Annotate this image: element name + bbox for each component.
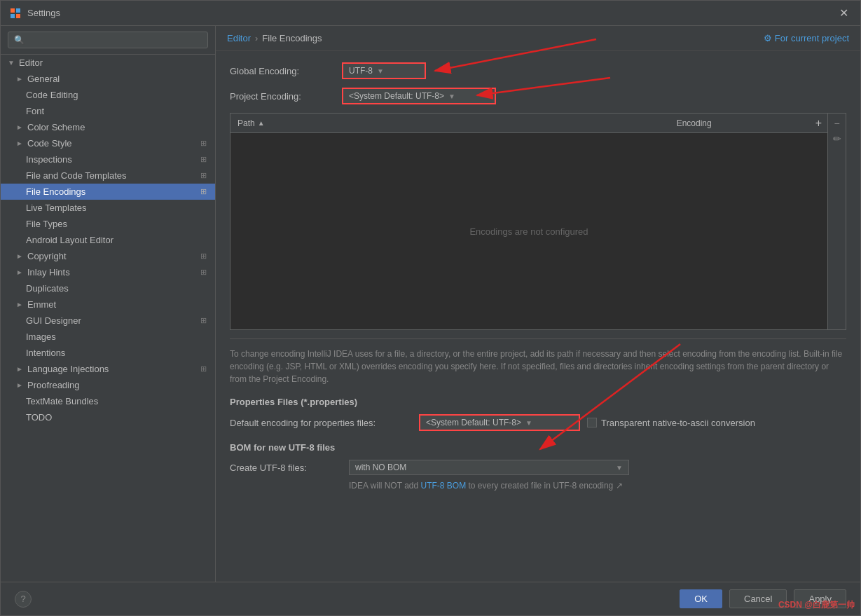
sidebar-item-code-editing[interactable]: Code Editing <box>1 87 215 103</box>
bom-select-arrow: ▼ <box>616 464 623 472</box>
general-collapse-arrow: ► <box>15 74 25 84</box>
sidebar-item-label: General <box>27 74 60 84</box>
global-encoding-select[interactable]: UTF-8 ▼ <box>342 62 426 79</box>
copyright-icon: ⊞ <box>200 252 207 261</box>
bom-value: with NO BOM <box>355 463 406 472</box>
proofreading-arrow: ► <box>15 381 25 390</box>
sidebar-item-gui-designer[interactable]: GUI Designer ⊞ <box>1 313 215 329</box>
sidebar-item-copyright[interactable]: ► Copyright ⊞ <box>1 248 215 264</box>
sidebar-item-file-types[interactable]: File Types <box>1 216 215 232</box>
encoding-header-text: Encoding <box>677 118 712 128</box>
sidebar-item-inlay-hints[interactable]: ► Inlay Hints ⊞ <box>1 264 215 280</box>
dialog-footer: ? OK Cancel Apply <box>1 582 860 615</box>
sidebar-item-label: File Encodings <box>26 186 85 197</box>
transparent-conversion-row: Transparent native-to-ascii conversion <box>587 418 755 428</box>
sidebar-item-label: Duplicates <box>26 283 69 294</box>
bom-info-link[interactable]: UTF-8 BOM <box>420 481 466 491</box>
sidebar-item-font[interactable]: Font <box>1 103 215 119</box>
table-wrapper: Path ▲ Encoding + Encodings are not conf… <box>230 113 846 330</box>
help-button[interactable]: ? <box>15 591 32 608</box>
emmet-arrow: ► <box>15 300 25 310</box>
sidebar-item-label: Editor <box>19 57 43 68</box>
table-add-button[interactable]: + <box>810 117 827 130</box>
code-style-icon: ⊞ <box>200 139 207 148</box>
sidebar-item-label: Inspections <box>26 154 72 165</box>
project-encoding-select[interactable]: <System Default: UTF-8> ▼ <box>342 88 496 104</box>
sidebar-item-label: TODO <box>26 412 52 423</box>
transparent-conversion-label: Transparent native-to-ascii conversion <box>601 418 755 428</box>
sidebar-item-general[interactable]: ► General <box>1 71 215 87</box>
path-header-text: Path <box>237 118 255 128</box>
sidebar-item-editor[interactable]: ▼ Editor <box>1 55 215 71</box>
breadcrumb-sep: › <box>255 33 258 43</box>
sidebar: ▼ Editor ► General Code Editing Font <box>1 26 216 582</box>
sidebar-item-duplicates[interactable]: Duplicates <box>1 280 215 296</box>
close-button[interactable]: ✕ <box>835 5 852 22</box>
sidebar-item-color-scheme[interactable]: ► Color Scheme <box>1 119 215 135</box>
sidebar-item-label: Images <box>26 331 56 342</box>
sidebar-item-proofreading[interactable]: ► Proofreading <box>1 377 215 393</box>
global-encoding-value: UTF-8 <box>349 66 373 76</box>
bom-label: Create UTF-8 files: <box>230 463 342 473</box>
bom-info: IDEA will NOT add UTF-8 BOM to every cre… <box>230 481 846 491</box>
sidebar-item-textmate[interactable]: TextMate Bundles <box>1 393 215 409</box>
bom-select[interactable]: with NO BOM ▼ <box>349 460 629 475</box>
transparent-conversion-checkbox[interactable] <box>587 418 597 427</box>
lang-inject-icon: ⊞ <box>200 364 207 374</box>
path-header-cell: Path ▲ <box>230 118 670 128</box>
window-title: Settings <box>27 8 835 18</box>
sidebar-item-label: Emmet <box>27 299 56 310</box>
copyright-arrow: ► <box>15 252 25 261</box>
sidebar-item-live-templates[interactable]: Live Templates <box>1 200 215 216</box>
sidebar-item-language-injections[interactable]: ► Language Injections ⊞ <box>1 361 215 377</box>
main-content: Editor › File Encodings ⚙ For current pr… <box>216 26 860 582</box>
table-body: Encodings are not configured <box>230 133 827 329</box>
properties-section-title: Properties Files (*.properties) <box>230 397 846 407</box>
project-encoding-arrow: ▼ <box>448 93 455 100</box>
search-box <box>1 26 215 55</box>
table-header: Path ▲ Encoding + <box>230 114 827 133</box>
sidebar-item-file-encodings[interactable]: File Encodings ⊞ <box>1 184 215 200</box>
properties-encoding-select[interactable]: <System Default: UTF-8> ▼ <box>419 414 580 431</box>
sidebar-item-android-layout[interactable]: Android Layout Editor <box>1 232 215 248</box>
sidebar-item-label: Language Injections <box>27 364 109 374</box>
color-scheme-arrow: ► <box>15 123 25 132</box>
side-edit-button[interactable]: ✏ <box>830 132 844 146</box>
sidebar-item-emmet[interactable]: ► Emmet <box>1 296 215 313</box>
side-minus-button[interactable]: − <box>830 116 844 130</box>
breadcrumb-parent[interactable]: Editor <box>227 33 251 43</box>
watermark: CSDN @白鹿第一帅 <box>778 599 855 611</box>
sidebar-item-label: Font <box>26 106 44 116</box>
properties-encoding-value: <System Default: UTF-8> <box>426 418 521 427</box>
gui-designer-icon: ⊞ <box>200 316 207 325</box>
ok-button[interactable]: OK <box>680 589 722 608</box>
sidebar-item-label: Code Editing <box>26 90 78 100</box>
sidebar-item-images[interactable]: Images <box>1 329 215 345</box>
code-style-arrow: ► <box>15 139 25 149</box>
bom-row: Create UTF-8 files: with NO BOM ▼ <box>230 460 846 475</box>
for-current-project-link[interactable]: ⚙ For current project <box>764 33 849 43</box>
sidebar-item-todo[interactable]: TODO <box>1 409 215 425</box>
info-text: To change encoding IntelliJ IDEA uses fo… <box>230 338 846 385</box>
inspections-icon: ⊞ <box>200 155 207 164</box>
bom-section: BOM for new UTF-8 files Create UTF-8 fil… <box>230 442 846 491</box>
dialog-body: ▼ Editor ► General Code Editing Font <box>1 26 860 582</box>
global-encoding-label: Global Encoding: <box>230 66 342 76</box>
project-link-text: For current project <box>775 33 849 43</box>
sidebar-item-label: Android Layout Editor <box>26 235 113 245</box>
global-encoding-row: Global Encoding: UTF-8 ▼ <box>230 62 846 79</box>
sidebar-item-file-code-templates[interactable]: File and Code Templates ⊞ <box>1 167 215 184</box>
sidebar-item-intentions[interactable]: Intentions <box>1 345 215 361</box>
sidebar-item-label: TextMate Bundles <box>26 396 98 406</box>
inlay-hints-arrow: ► <box>15 268 25 278</box>
sidebar-item-label: Color Scheme <box>27 122 85 132</box>
sidebar-item-inspections[interactable]: Inspections ⊞ <box>1 151 215 167</box>
search-input[interactable] <box>8 32 208 48</box>
table-container: Path ▲ Encoding + Encodings are not conf… <box>230 113 828 330</box>
global-encoding-arrow: ▼ <box>377 67 384 75</box>
sidebar-item-label: Code Style <box>27 138 72 149</box>
bom-info-prefix: IDEA will NOT add <box>349 481 420 491</box>
sidebar-item-label: File Types <box>26 219 67 229</box>
sidebar-item-code-style[interactable]: ► Code Style ⊞ <box>1 135 215 151</box>
file-encodings-icon: ⊞ <box>200 187 207 196</box>
